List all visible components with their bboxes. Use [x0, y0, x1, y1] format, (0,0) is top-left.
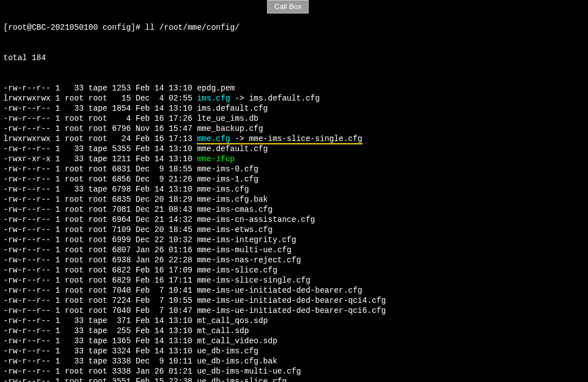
file-meta: -rw-r--r-- 1 root root 6964 Dec 21 14:32: [3, 215, 197, 224]
file-row: -rw-r--r-- 1 root root 7224 Feb 7 10:55 …: [3, 295, 588, 306]
file-meta: -rw-r--r-- 1 33 tape 3338 Dec 9 10:11: [3, 357, 197, 366]
file-meta: -rw-r--r-- 1 root root 7224 Feb 7 10:55: [3, 296, 197, 305]
file-row: -rw-r--r-- 1 root root 6938 Jan 26 22:28…: [3, 255, 588, 265]
file-meta: lrwxrwxrwx 1 root root 15 Dec 4 02:55: [3, 94, 197, 103]
total-line: total 184: [3, 53, 588, 63]
file-row: -rw-r--r-- 1 33 tape 3324 Feb 14 13:10 u…: [3, 346, 588, 356]
file-name: mme-ims-slice-single.cfg: [197, 276, 310, 285]
file-row: -rw-r--r-- 1 root root 7109 Dec 20 18:45…: [3, 225, 588, 235]
file-row: lrwxrwxrwx 1 root root 24 Feb 16 17:13 m…: [3, 134, 588, 144]
file-name: mme-ims.cfg.bak: [197, 195, 268, 204]
file-row: -rw-r--r-- 1 root root 6796 Nov 16 15:47…: [3, 124, 588, 134]
file-name: ue_db-ims-multi-ue.cfg: [197, 367, 301, 376]
file-listing: -rw-r--r-- 1 33 tape 1253 Feb 14 13:10 e…: [3, 83, 588, 382]
symlink-arrow: ->: [230, 134, 249, 143]
terminal-output: [root@CBC-2021050100 config]# ll /root/m…: [0, 0, 588, 382]
file-name: ims.default.cfg: [197, 104, 268, 113]
file-name: mme-ims-0.cfg: [197, 165, 258, 174]
file-name: mme-ims-etws.cfg: [197, 225, 272, 234]
file-row: -rw-r--r-- 1 root root 6999 Dec 22 10:32…: [3, 235, 588, 245]
file-row: -rw-r--r-- 1 root root 6835 Dec 20 18:29…: [3, 194, 588, 204]
file-name: ue_db-ims.cfg.bak: [197, 357, 277, 366]
file-meta: -rwxr-xr-x 1 33 tape 1211 Feb 14 13:10: [3, 154, 197, 163]
file-name: lte_ue_ims.db: [197, 114, 258, 123]
file-meta: -rw-r--r-- 1 root root 6856 Dec 9 21:26: [3, 175, 197, 184]
file-meta: -rw-r--r-- 1 root root 6999 Dec 22 10:32: [3, 235, 197, 244]
file-name: mme-ims-integrity.cfg: [197, 235, 296, 244]
command-text: ll /root/mme/config/: [145, 23, 239, 32]
symlink-target: mme-ims-slice-single.cfg: [249, 134, 363, 143]
file-name: ims.cfg: [197, 94, 230, 103]
file-name: mme-ims-multi-ue.cfg: [197, 245, 291, 254]
file-meta: -rw-r--r-- 1 root root 7040 Feb 7 10:47: [3, 306, 197, 315]
highlighted-entry: mme.cfg -> mme-ims-slice-single.cfg: [197, 134, 362, 144]
file-meta: lrwxrwxrwx 1 root root 24 Feb 16 17:13: [3, 134, 197, 143]
file-name: ue_db-ims.cfg: [197, 347, 258, 356]
file-row: -rw-r--r-- 1 root root 3338 Jan 26 01:21…: [3, 366, 588, 376]
call-box-button[interactable]: Call Box: [267, 0, 309, 13]
file-name: mme-ims-slice.cfg: [197, 266, 277, 275]
file-name: mt_call_qos.sdp: [197, 316, 268, 325]
file-name: mme-ims-nas-reject.cfg: [197, 256, 301, 265]
file-meta: -rw-r--r-- 1 root root 4 Feb 16 17:26: [3, 114, 197, 123]
file-row: -rw-r--r-- 1 33 tape 255 Feb 14 13:10 mt…: [3, 326, 588, 336]
file-row: -rw-r--r-- 1 root root 3551 Feb 15 22:38…: [3, 376, 588, 382]
file-meta: -rw-r--r-- 1 33 tape 3324 Feb 14 13:10: [3, 347, 197, 356]
file-meta: -rw-r--r-- 1 33 tape 6798 Feb 14 13:10: [3, 185, 197, 194]
file-meta: -rw-r--r-- 1 root root 6938 Jan 26 22:28: [3, 256, 197, 265]
prompt-line: [root@CBC-2021050100 config]# ll /root/m…: [3, 22, 588, 33]
file-meta: -rw-r--r-- 1 33 tape 255 Feb 14 13:10: [3, 326, 197, 335]
file-row: -rw-r--r-- 1 33 tape 5355 Feb 14 13:10 m…: [3, 144, 588, 154]
file-meta: -rw-r--r-- 1 root root 6822 Feb 16 17:09: [3, 266, 197, 275]
file-name: mme-ifup: [197, 154, 234, 163]
file-row: -rw-r--r-- 1 33 tape 3338 Dec 9 10:11 ue…: [3, 356, 588, 366]
file-meta: -rw-r--r-- 1 root root 6796 Nov 16 15:47: [3, 124, 197, 133]
file-meta: -rw-r--r-- 1 33 tape 1854 Feb 14 13:10: [3, 104, 197, 113]
file-row: lrwxrwxrwx 1 root root 15 Dec 4 02:55 im…: [3, 93, 588, 103]
file-name: mme-ims-cn-assistance.cfg: [197, 215, 315, 224]
file-meta: -rw-r--r-- 1 33 tape 371 Feb 14 13:10: [3, 316, 197, 325]
file-name: mt_call_video.sdp: [197, 336, 277, 345]
file-meta: -rw-r--r-- 1 33 tape 5355 Feb 14 13:10: [3, 144, 197, 153]
file-name: mme-ims-1.cfg: [197, 175, 258, 184]
file-row: -rw-r--r-- 1 root root 7040 Feb 7 10:47 …: [3, 306, 588, 316]
file-meta: -rw-r--r-- 1 root root 7081 Dec 21 08:43: [3, 205, 197, 214]
file-meta: -rw-r--r-- 1 root root 3551 Feb 15 22:38: [3, 377, 197, 382]
file-meta: -rw-r--r-- 1 root root 6829 Feb 16 17:11: [3, 276, 197, 285]
file-row: -rw-r--r-- 1 33 tape 1253 Feb 14 13:10 e…: [3, 83, 588, 93]
file-name: mme-ims-ue-initiated-ded-bearer-qci4.cfg: [197, 296, 386, 305]
file-row: -rw-r--r-- 1 root root 6829 Feb 16 17:11…: [3, 275, 588, 285]
file-row: -rw-r--r-- 1 root root 7081 Dec 21 08:43…: [3, 204, 588, 215]
file-name: mme-ims.cfg: [197, 185, 248, 194]
file-name: mme-ims-ue-initiated-ded-bearer-qci6.cfg: [197, 306, 386, 315]
file-row: -rw-r--r-- 1 root root 6831 Dec 9 18:55 …: [3, 164, 588, 174]
file-row: -rw-r--r-- 1 root root 7040 Feb 7 10:41 …: [3, 285, 588, 295]
file-row: -rw-r--r-- 1 33 tape 371 Feb 14 13:10 mt…: [3, 316, 588, 326]
file-meta: -rw-r--r-- 1 root root 6835 Dec 20 18:29: [3, 195, 197, 204]
symlink-arrow: ->: [230, 94, 249, 103]
file-row: -rw-r--r-- 1 root root 6807 Jan 26 01:16…: [3, 245, 588, 255]
file-meta: -rw-r--r-- 1 33 tape 1253 Feb 14 13:10: [3, 84, 197, 93]
file-row: -rw-r--r-- 1 root root 4 Feb 16 17:26 lt…: [3, 113, 588, 124]
file-meta: -rw-r--r-- 1 33 tape 1365 Feb 14 13:10: [3, 336, 197, 345]
file-meta: -rw-r--r-- 1 root root 7109 Dec 20 18:45: [3, 225, 197, 234]
file-meta: -rw-r--r-- 1 root root 3338 Jan 26 01:21: [3, 367, 197, 376]
file-meta: -rw-r--r-- 1 root root 7040 Feb 7 10:41: [3, 286, 197, 295]
file-name: mme.default.cfg: [197, 144, 268, 153]
file-name: mme.cfg: [197, 134, 230, 143]
file-row: -rw-r--r-- 1 33 tape 6798 Feb 14 13:10 m…: [3, 184, 588, 194]
shell-prompt: [root@CBC-2021050100 config]#: [3, 23, 145, 32]
file-row: -rw-r--r-- 1 33 tape 1854 Feb 14 13:10 i…: [3, 103, 588, 113]
file-name: epdg.pem: [197, 84, 234, 93]
file-name: ue_db-ims-slice.cfg: [197, 377, 287, 382]
file-row: -rw-r--r-- 1 root root 6822 Feb 16 17:09…: [3, 265, 588, 275]
file-name: mt_call.sdp: [197, 326, 248, 335]
symlink-target: ims.default.cfg: [249, 94, 320, 103]
file-name: mme-ims-ue-initiated-ded-bearer.cfg: [197, 286, 362, 295]
file-name: mme_backup.cfg: [197, 124, 263, 133]
file-meta: -rw-r--r-- 1 root root 6831 Dec 9 18:55: [3, 165, 197, 174]
file-row: -rw-r--r-- 1 root root 6964 Dec 21 14:32…: [3, 215, 588, 225]
file-meta: -rw-r--r-- 1 root root 6807 Jan 26 01:16: [3, 245, 197, 254]
file-name: mme-ims-cmas.cfg: [197, 205, 272, 214]
file-row: -rwxr-xr-x 1 33 tape 1211 Feb 14 13:10 m…: [3, 154, 588, 164]
